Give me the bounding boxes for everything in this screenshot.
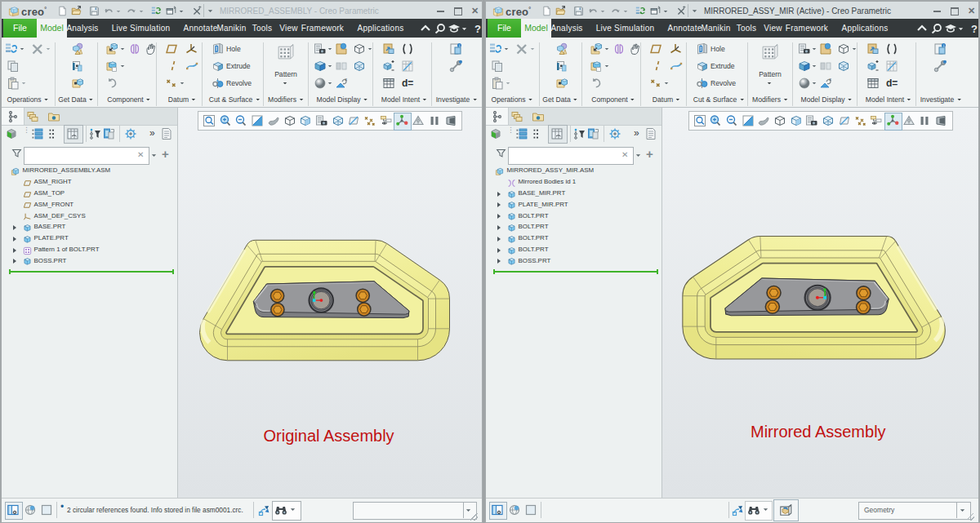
svg-text:x: x xyxy=(830,77,832,82)
svg-text:x: x xyxy=(345,77,348,82)
svg-text:d=: d= xyxy=(886,78,898,89)
svg-text:i: i xyxy=(459,43,460,48)
svg-text:d=: d= xyxy=(402,78,413,89)
svg-text:i: i xyxy=(943,43,944,48)
